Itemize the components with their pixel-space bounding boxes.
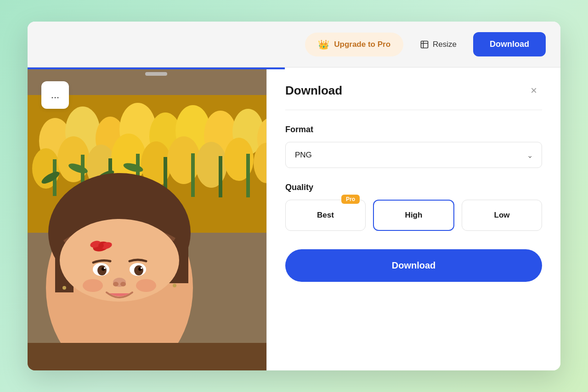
svg-point-41	[134, 265, 143, 275]
image-panel: ...	[28, 67, 285, 370]
quality-best-button[interactable]: Pro Best	[285, 200, 366, 231]
crown-icon: 👑	[318, 39, 329, 50]
svg-point-49	[83, 279, 103, 292]
svg-point-13	[57, 136, 90, 182]
resize-button[interactable]: Resize	[411, 34, 466, 56]
download-top-button[interactable]: Download	[473, 32, 546, 56]
toolbar: 👑 Upgrade to Pro Resize Download	[28, 22, 560, 67]
svg-point-17	[167, 136, 200, 184]
panel-header: Download ×	[285, 67, 542, 110]
quality-section: Quality Pro Best High Low	[285, 183, 542, 231]
image-border	[28, 67, 285, 69]
svg-point-37	[60, 219, 179, 302]
main-content: ...	[28, 67, 560, 370]
format-select[interactable]: PNG JPG WebP SVG	[285, 142, 542, 168]
quality-low-button[interactable]: Low	[462, 200, 542, 231]
quality-high-label: High	[405, 211, 423, 219]
resize-icon	[420, 40, 429, 49]
svg-point-40	[97, 265, 107, 275]
svg-point-45	[141, 267, 142, 269]
format-label: Format	[285, 125, 542, 134]
svg-point-47	[113, 282, 119, 286]
upgrade-to-pro-button[interactable]: 👑 Upgrade to Pro	[305, 33, 403, 56]
thumb-indicator	[145, 72, 167, 76]
format-select-wrapper: PNG JPG WebP SVG ⌄	[285, 142, 542, 168]
quality-label: Quality	[285, 183, 542, 192]
photo-svg	[28, 67, 285, 370]
svg-rect-0	[421, 41, 428, 48]
resize-label: Resize	[433, 40, 457, 49]
close-icon: ×	[531, 84, 537, 97]
format-section: Format PNG JPG WebP SVG ⌄	[285, 125, 542, 168]
close-button[interactable]: ×	[526, 82, 542, 99]
panel-title: Download	[285, 84, 342, 98]
download-top-label: Download	[490, 39, 529, 49]
pro-badge: Pro	[341, 195, 360, 204]
more-options-button[interactable]: ...	[41, 81, 69, 109]
svg-rect-28	[246, 154, 250, 197]
svg-point-55	[62, 286, 66, 290]
download-panel: Download × Format PNG JPG WebP SVG ⌄	[266, 67, 560, 370]
photo-area	[28, 67, 285, 370]
svg-rect-27	[219, 156, 222, 197]
upgrade-label: Upgrade to Pro	[334, 40, 390, 49]
svg-rect-26	[191, 153, 195, 197]
quality-options: Pro Best High Low	[285, 200, 542, 231]
more-options-label: ...	[51, 89, 59, 101]
app-container: 👑 Upgrade to Pro Resize Download ...	[28, 22, 560, 370]
svg-point-44	[104, 267, 106, 269]
quality-high-button[interactable]: High	[373, 200, 454, 231]
quality-low-label: Low	[494, 211, 510, 219]
svg-point-48	[120, 282, 126, 286]
svg-point-56	[173, 284, 176, 287]
quality-best-label: Best	[317, 211, 334, 219]
svg-rect-58	[28, 343, 285, 370]
download-action-label: Download	[392, 260, 436, 270]
svg-point-50	[136, 279, 156, 292]
download-action-button[interactable]: Download	[285, 249, 542, 282]
svg-point-54	[98, 243, 104, 248]
